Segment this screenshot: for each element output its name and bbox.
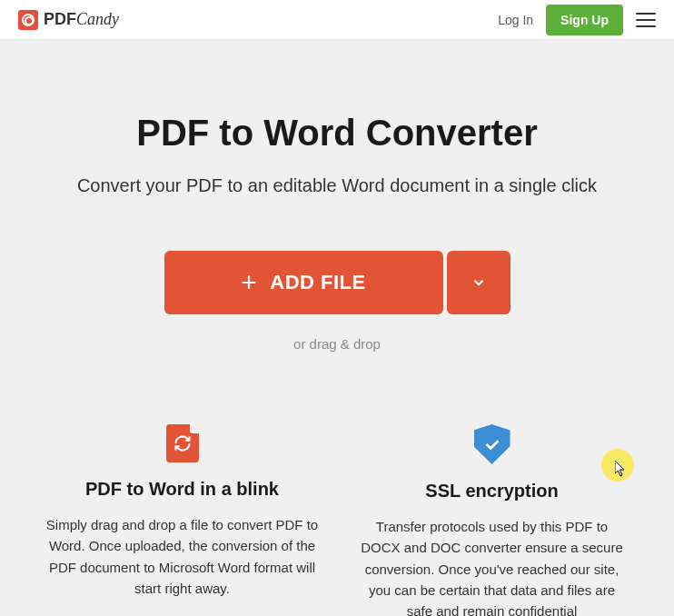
cursor-highlight bbox=[601, 449, 634, 482]
signup-button[interactable]: Sign Up bbox=[546, 5, 623, 35]
add-file-label: ADD FILE bbox=[270, 271, 365, 294]
header: PDFCandy Log In Sign Up bbox=[0, 0, 674, 40]
hero: PDF to Word Converter Convert your PDF t… bbox=[0, 40, 674, 388]
features-section: PDF to Word in a blink Simply drag and d… bbox=[0, 388, 674, 616]
feature-description: Transfer protocols used by this PDF to D… bbox=[355, 516, 629, 616]
logo-text: PDFCandy bbox=[44, 10, 119, 29]
feature-ssl: SSL encryption Transfer protocols used b… bbox=[355, 424, 629, 616]
plus-icon: + bbox=[241, 269, 257, 296]
upload-controls: + ADD FILE bbox=[27, 251, 647, 314]
header-actions: Log In Sign Up bbox=[498, 5, 656, 35]
chevron-down-icon bbox=[471, 274, 487, 291]
feature-title: PDF to Word in a blink bbox=[45, 479, 319, 500]
refresh-document-icon bbox=[166, 424, 199, 462]
shield-check-icon bbox=[474, 424, 510, 464]
feature-pdf-to-word: PDF to Word in a blink Simply drag and d… bbox=[45, 424, 319, 616]
add-file-dropdown-button[interactable] bbox=[447, 251, 510, 314]
page-subtitle: Convert your PDF to an editable Word doc… bbox=[27, 175, 647, 196]
feature-title: SSL encryption bbox=[355, 481, 629, 502]
page-title: PDF to Word Converter bbox=[27, 113, 647, 154]
feature-description: Simply drag and drop a file to convert P… bbox=[45, 514, 319, 599]
menu-icon[interactable] bbox=[636, 13, 656, 27]
login-link[interactable]: Log In bbox=[498, 13, 533, 27]
logo[interactable]: PDFCandy bbox=[18, 10, 119, 30]
add-file-button[interactable]: + ADD FILE bbox=[164, 251, 443, 314]
drag-drop-hint: or drag & drop bbox=[27, 336, 647, 352]
logo-icon bbox=[18, 10, 38, 30]
